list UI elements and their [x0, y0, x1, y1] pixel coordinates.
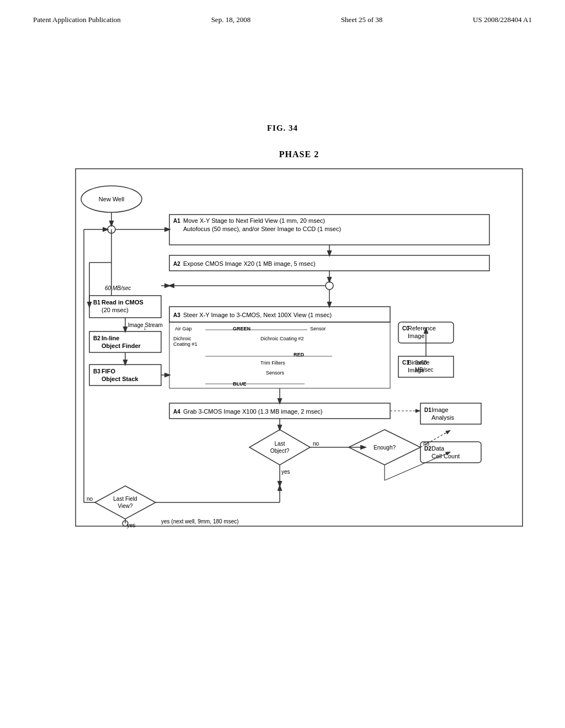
svg-text:Coating #1: Coating #1 [173, 341, 198, 347]
svg-text:(20 msec): (20 msec) [102, 307, 129, 313]
svg-point-14 [326, 282, 333, 290]
svg-text:Reference: Reference [408, 325, 436, 331]
svg-text:↓: ↓ [143, 324, 147, 331]
svg-rect-84 [420, 442, 481, 463]
svg-text:Sensor: Sensor [310, 326, 326, 331]
svg-text:A2: A2 [173, 261, 180, 267]
svg-rect-68 [420, 403, 481, 424]
svg-text:Sensors: Sensors [266, 370, 285, 376]
svg-marker-73 [249, 430, 310, 465]
svg-text:Analysis: Analysis [431, 414, 454, 421]
diagram-svg: New Well A1 Move X-Y Stage to Next Field… [73, 166, 525, 530]
svg-text:GREEN: GREEN [233, 326, 250, 331]
svg-text:A4: A4 [173, 409, 180, 415]
svg-text:Read in CMOS: Read in CMOS [102, 299, 143, 306]
svg-text:Autofocus (50 msec), and/or St: Autofocus (50 msec), and/or Steer Image … [183, 226, 341, 232]
svg-text:A3: A3 [173, 312, 180, 318]
svg-text:Steer X-Y Image to 3-CMOS, Nex: Steer X-Y Image to 3-CMOS, Next 100X Vie… [183, 312, 332, 318]
page-header: Patent Application Publication Sep. 18, … [0, 0, 565, 24]
svg-text:In-line: In-line [102, 335, 119, 341]
svg-text:no: no [87, 496, 93, 502]
svg-text:yes (next well, 9mm, 180 msec): yes (next well, 9mm, 180 msec) [161, 518, 239, 524]
svg-rect-24 [89, 331, 161, 352]
svg-text:Image: Image [431, 406, 449, 413]
svg-text:A1: A1 [173, 218, 180, 224]
svg-text:Object Finder: Object Finder [102, 342, 141, 349]
phase-label: PHASE 2 [73, 149, 525, 159]
sheet-label: Sheet 25 of 38 [341, 15, 382, 24]
svg-text:Object?: Object? [270, 448, 290, 454]
date-label: Sep. 18, 2008 [211, 15, 251, 24]
svg-text:60 MB/sec: 60 MB/sec [105, 285, 131, 291]
diagram-container: PHASE 2 New Well A1 Move X-Y Stage to Ne… [73, 149, 525, 532]
svg-line-89 [385, 452, 450, 480]
svg-text:B3: B3 [93, 368, 100, 374]
new-well-text: New Well [99, 196, 124, 202]
svg-text:Image: Image [408, 367, 425, 373]
svg-text:Object Stack: Object Stack [102, 376, 139, 382]
svg-text:Enough?: Enough? [374, 445, 396, 451]
svg-text:Data: Data [431, 445, 445, 452]
figure-title: FIG. 34 [0, 124, 565, 133]
svg-rect-38 [169, 322, 390, 388]
svg-text:FIFO: FIFO [102, 368, 115, 374]
svg-text:Last Field: Last Field [113, 496, 137, 502]
svg-text:Image: Image [408, 333, 425, 339]
svg-text:no: no [313, 441, 319, 447]
svg-text:Last: Last [275, 441, 285, 447]
svg-text:Air Gap: Air Gap [175, 326, 192, 331]
svg-marker-90 [95, 486, 156, 519]
svg-text:D2: D2 [424, 446, 431, 452]
svg-text:Dichroic Coating #2: Dichroic Coating #2 [260, 336, 304, 341]
svg-text:Move X-Y Stage to Next Field V: Move X-Y Stage to Next Field View (1 mm,… [183, 217, 325, 224]
svg-text:yes: yes [281, 469, 290, 475]
svg-rect-29 [89, 365, 161, 386]
svg-text:Grab 3-CMOS Image X100 (1.3 MB: Grab 3-CMOS Image X100 (1.3 MB image, 2 … [183, 408, 322, 415]
svg-text:Binarize: Binarize [408, 359, 430, 366]
svg-text:View?: View? [118, 503, 132, 509]
patent-label: US 2008/228404 A1 [473, 15, 532, 24]
svg-text:RED: RED [294, 352, 305, 357]
publication-label: Patent Application Publication [33, 15, 121, 24]
svg-text:Trim Filters: Trim Filters [260, 360, 285, 366]
svg-text:D1: D1 [424, 407, 431, 413]
svg-text:B1: B1 [93, 299, 100, 306]
svg-text:Dichroic: Dichroic [173, 336, 191, 341]
svg-text:B2: B2 [93, 335, 100, 341]
svg-text:Expose CMOS Image X20 (1 MB im: Expose CMOS Image X20 (1 MB image, 5 mse… [183, 260, 316, 267]
